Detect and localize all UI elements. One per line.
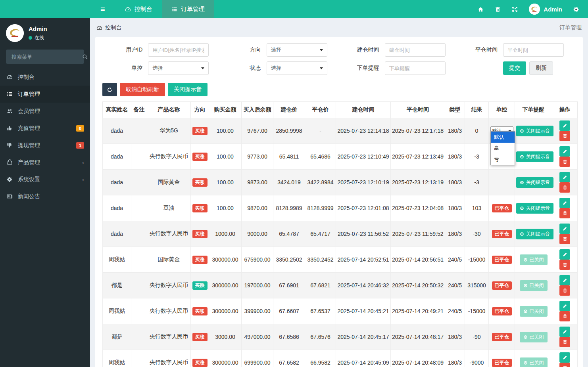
order-alert-button[interactable]: 关闭提示音 [516,177,553,188]
delete-button[interactable] [559,234,570,244]
order-alert-button[interactable]: 已关闭 [520,332,548,342]
edit-button[interactable] [559,352,570,363]
cogs-icon[interactable] [573,6,579,12]
filter-label: 单控 [131,65,142,72]
online-dot-icon [29,36,32,40]
control-cell: 已平仓 [489,195,515,221]
dashboard-icon [125,6,131,12]
filter-input-用户ID[interactable] [148,43,209,57]
user-menu[interactable]: Admin [529,4,562,15]
edit-button[interactable] [559,301,570,311]
filter-select-方向[interactable]: 选择 [267,43,327,57]
close-price-cell: 3422.8984 [305,170,336,195]
close-time-cell: 2025-07-14 20:48:09 [391,350,445,367]
filter-input-平仓时间[interactable] [503,43,564,57]
balance-cell: 9000.00 [242,221,273,247]
table-row: dada央行数字人民币买涨1000.009000.0065.478765.471… [103,221,578,247]
delete-button[interactable] [559,260,570,270]
sidebar-item-系统设置[interactable]: 系统设置‹ [0,171,90,188]
sidebar-toggle-button[interactable]: ≡ [90,0,115,18]
trash-nav-icon[interactable] [495,6,501,12]
delete-button[interactable] [559,337,570,347]
filter-input-建仓时间[interactable] [385,43,446,57]
order-alert-label: 关闭提示音 [526,205,550,212]
submit-button[interactable]: 提交 [503,61,526,75]
direction-badge: 买涨 [192,153,208,161]
edit-button[interactable] [559,146,570,157]
actions-cell [552,221,578,247]
edit-button[interactable] [559,198,570,208]
order-alert-button[interactable]: 关闭提示音 [516,126,553,136]
order-alert-button[interactable]: 已关闭 [520,254,548,265]
expand-icon[interactable] [512,6,518,12]
product-cell: 央行数字人民币 [147,273,191,298]
dropdown-option[interactable]: 赢 [491,143,515,154]
open-price-cell: 3350.2502 [273,247,305,273]
filter-select-状态[interactable]: 选择 [267,61,327,75]
table-row: dada国际黄金买涨100.009873.003424.0193422.8984… [103,170,578,195]
list-icon [171,6,177,12]
edit-button[interactable] [559,120,570,131]
close-sound-button[interactable]: 关闭提示音 [168,83,208,96]
filter-group: 平仓时间 [457,43,576,57]
column-header: 购买金额 [209,102,242,118]
delete-button[interactable] [559,131,570,141]
sidebar-item-label: 提现管理 [18,142,40,149]
delete-button[interactable] [559,157,570,167]
control-dropdown: 默认赢亏 [490,131,515,165]
cancel-auto-refresh-button[interactable]: 取消自动刷新 [120,83,165,96]
direction-cell: 买涨 [191,324,209,350]
sidebar-item-提现管理[interactable]: 提现管理1 [0,137,90,154]
nav-tab-dashboard[interactable]: 控制台 [115,0,162,18]
order-alert-button[interactable]: 已关闭 [520,357,548,367]
nav-tab-orders[interactable]: 订单管理 [162,0,214,18]
close-price-cell: 65.4717 [305,221,336,247]
sidebar-item-会员管理[interactable]: 会员管理 [0,103,90,120]
delete-button[interactable] [559,182,570,193]
direction-cell: 买涨 [191,298,209,324]
column-header: 类型 [445,102,465,118]
refresh-table-button[interactable] [102,83,117,96]
close-price-cell: 3350.2452 [305,247,336,273]
filter-group: 单控选择 [102,61,221,75]
main-content: 控制台 订单管理 用户ID方向选择建仓时间平仓时间单控选择状态选择下单提醒提交刷… [90,18,588,367]
filter-select-单控[interactable]: 选择 [148,61,209,75]
breadcrumb-label[interactable]: 控制台 [105,24,122,31]
order-alert-button[interactable]: 关闭提示音 [516,203,553,214]
delete-button[interactable] [559,311,570,321]
sidebar-item-新闻公告[interactable]: 新闻公告 [0,188,90,205]
sidebar-menu: 控制台订单管理会员管理充值管理0提现管理1产品管理‹系统设置‹新闻公告 [0,69,90,205]
edit-button[interactable] [559,249,570,260]
delete-button[interactable] [559,363,570,367]
sidebar-item-订单管理[interactable]: 订单管理 [0,86,90,103]
news-icon [6,193,13,199]
menu-search-input[interactable] [11,54,82,60]
close-time-cell: 2025-07-23 11:59:52 [391,221,445,247]
order-alert-button[interactable]: 已关闭 [520,280,548,291]
order-alert-button[interactable]: 已关闭 [520,306,548,317]
product-cell: 国际黄金 [147,170,191,195]
delete-button[interactable] [559,208,570,218]
home-icon[interactable] [478,6,484,12]
sidebar-item-充值管理[interactable]: 充值管理0 [0,120,90,137]
order-alert-button[interactable]: 关闭提示音 [516,229,553,239]
search-icon[interactable] [82,54,88,60]
delete-button[interactable] [559,285,570,296]
edit-button[interactable] [559,224,570,234]
sidebar-item-控制台[interactable]: 控制台 [0,69,90,86]
product-cell: 央行数字人民币 [147,221,191,247]
edit-button[interactable] [559,327,570,337]
sidebar-item-产品管理[interactable]: 产品管理‹ [0,154,90,171]
order-alert-button[interactable]: 关闭提示音 [516,151,553,162]
edit-button[interactable] [559,172,570,182]
user-name: Admin [29,25,47,32]
direction-badge: 买涨 [192,256,208,264]
filter-input-下单提醒[interactable] [385,61,446,75]
dropdown-option[interactable]: 亏 [491,154,515,165]
edit-button[interactable] [559,275,570,285]
close-time-cell: 2025-07-23 12:13:19 [391,170,445,195]
refresh-button[interactable]: 刷新 [529,61,553,75]
order-alert-label: 已关闭 [530,334,544,340]
dropdown-option[interactable]: 默认 [491,132,515,143]
balance-cell: 9773.00 [242,144,273,170]
